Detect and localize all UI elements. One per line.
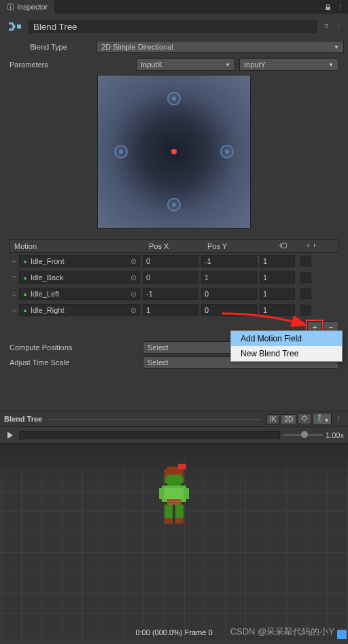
info-icon: ⓘ — [7, 2, 14, 12]
svg-point-0 — [281, 243, 287, 248]
clip-play-icon: ▲ — [22, 258, 28, 265]
watermark: CSDN @呆呆敲代码的小Y — [230, 626, 334, 638]
svg-point-2 — [318, 414, 321, 417]
col-mirror-icon — [301, 241, 321, 251]
inspector-tab[interactable]: ⓘ Inspector — [0, 0, 54, 14]
blend-node-left[interactable] — [114, 145, 128, 158]
help-icon[interactable]: ? — [321, 21, 332, 32]
speed-field[interactable]: 1 — [260, 288, 295, 300]
frame-info: 0:00 (000.0%) Frame 0 — [135, 628, 212, 637]
motion-name: Idle_Front — [31, 257, 65, 265]
speed-field[interactable]: 1 — [260, 304, 295, 316]
play-button[interactable] — [4, 429, 16, 441]
corner-badge-icon — [337, 630, 347, 639]
object-picker-icon[interactable]: ⊙ — [130, 290, 137, 299]
preview-menu-icon[interactable]: ⋮ — [333, 413, 344, 424]
svg-rect-12 — [167, 499, 181, 505]
clip-play-icon: ▲ — [22, 275, 28, 281]
svg-rect-15 — [164, 518, 173, 524]
col-speed-icon — [263, 242, 301, 250]
adjust-time-scale-label: Adjust Time Scale — [10, 358, 139, 367]
mirror-checkbox[interactable] — [300, 256, 311, 267]
blend-tree-icon — [4, 16, 24, 37]
svg-rect-5 — [178, 464, 186, 469]
lock-icon[interactable] — [322, 1, 333, 12]
motion-name: Idle_Back — [31, 273, 63, 282]
svg-rect-11 — [184, 488, 189, 499]
ik-toggle[interactable]: IK — [266, 414, 279, 424]
parameters-label: Parameters — [10, 61, 132, 69]
col-posx: Pos X — [146, 242, 205, 250]
2d-toggle[interactable]: 2D — [281, 414, 296, 424]
preview-title: Blend Tree — [4, 415, 42, 423]
motion-name: Idle_Left — [31, 290, 59, 298]
blend-node-top[interactable] — [167, 92, 181, 105]
motion-clip-field[interactable]: ▲ Idle_Right ⊙ — [19, 304, 140, 316]
svg-rect-16 — [175, 518, 184, 524]
pivot-toggle[interactable] — [298, 413, 311, 424]
svg-rect-13 — [164, 505, 173, 518]
svg-rect-10 — [159, 488, 164, 499]
motion-row[interactable]: ≡ ▲ Idle_Right ⊙ 1 0 1 — [10, 302, 338, 318]
speed-field[interactable]: 1 — [260, 255, 295, 267]
context-menu: Add Motion Field New Blend Tree — [230, 331, 343, 362]
param-y-dropdown[interactable]: InputY▼ — [239, 58, 338, 71]
blend-type-dropdown[interactable]: 2D Simple Directional ▼ — [97, 41, 344, 53]
posx-field[interactable]: 1 — [143, 304, 198, 316]
blend-node-right[interactable] — [220, 145, 234, 158]
preview-viewport[interactable]: 0:00 (000.0%) Frame 0 CSDN @呆呆敲代码的小Y — [0, 443, 348, 641]
posx-field[interactable]: 0 — [143, 271, 198, 284]
motion-table-header: Motion Pos X Pos Y — [10, 239, 338, 253]
options-icon[interactable]: ⋮ — [333, 21, 344, 32]
posy-field[interactable]: 0 — [201, 304, 257, 316]
avatar-toggle[interactable]: ▾ — [313, 413, 332, 425]
svg-rect-14 — [175, 505, 184, 518]
row-drag-handle[interactable]: ≡ — [10, 306, 19, 314]
menu-icon[interactable]: ⋮ — [334, 1, 345, 12]
mirror-checkbox[interactable] — [300, 288, 311, 299]
posy-field[interactable]: -1 — [201, 255, 257, 267]
mirror-checkbox[interactable] — [300, 305, 311, 316]
clip-play-icon: ▲ — [22, 307, 28, 313]
col-motion: Motion — [10, 242, 146, 250]
param-x-dropdown[interactable]: InputX▼ — [136, 58, 235, 71]
menu-new-blend-tree[interactable]: New Blend Tree — [231, 346, 342, 361]
mirror-checkbox[interactable] — [300, 272, 311, 283]
motion-clip-field[interactable]: ▲ Idle_Left ⊙ — [19, 288, 140, 300]
speed-slider[interactable] — [283, 434, 323, 436]
speed-value: 1.00x — [326, 431, 344, 439]
object-picker-icon[interactable]: ⊙ — [130, 306, 137, 315]
motion-row[interactable]: ≡ ▲ Idle_Back ⊙ 0 1 1 — [10, 269, 338, 286]
col-posy: Pos Y — [205, 242, 263, 250]
tab-title: Inspector — [17, 3, 48, 11]
preview-character — [154, 464, 194, 530]
motion-row[interactable]: ≡ ▲ Idle_Front ⊙ 0 -1 1 — [10, 253, 338, 269]
motion-name: Idle_Right — [31, 306, 65, 314]
motion-clip-field[interactable]: ▲ Idle_Back ⊙ — [19, 271, 140, 284]
posx-field[interactable]: 0 — [143, 255, 198, 267]
svg-rect-7 — [164, 477, 184, 483]
blend-center-point[interactable] — [171, 149, 177, 154]
row-drag-handle[interactable]: ≡ — [10, 273, 19, 282]
compute-positions-label: Compute Positions — [10, 343, 139, 352]
motion-row[interactable]: ≡ ▲ Idle_Left ⊙ -1 0 1 — [10, 286, 338, 302]
speed-field[interactable]: 1 — [260, 271, 295, 284]
blend-visualization[interactable] — [97, 75, 251, 228]
chevron-down-icon: ▼ — [334, 44, 339, 50]
motion-clip-field[interactable]: ▲ Idle_Front ⊙ — [19, 255, 140, 267]
posx-field[interactable]: -1 — [143, 288, 198, 300]
object-picker-icon[interactable]: ⊙ — [130, 257, 137, 266]
blend-type-label: Blend Type — [4, 43, 92, 51]
menu-add-motion-field[interactable]: Add Motion Field — [231, 331, 342, 346]
row-drag-handle[interactable]: ≡ — [10, 257, 19, 265]
row-drag-handle[interactable]: ≡ — [10, 290, 19, 298]
name-field[interactable] — [29, 20, 317, 33]
posy-field[interactable]: 1 — [201, 271, 257, 284]
blend-node-bottom[interactable] — [167, 198, 181, 211]
timeline-scrubber[interactable] — [19, 431, 280, 439]
svg-rect-9 — [164, 488, 184, 499]
object-picker-icon[interactable]: ⊙ — [130, 273, 137, 282]
posy-field[interactable]: 0 — [201, 288, 257, 300]
clip-play-icon: ▲ — [22, 291, 28, 297]
